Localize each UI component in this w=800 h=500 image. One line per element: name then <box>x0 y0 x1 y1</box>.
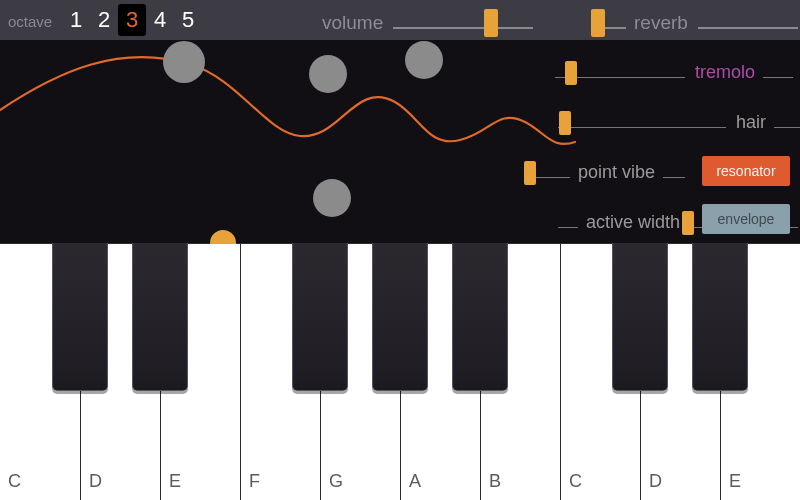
active-width-track-left[interactable] <box>558 227 578 229</box>
point-vibe-label: point vibe <box>578 162 655 183</box>
hair-track[interactable] <box>558 127 726 129</box>
piano-keyboard: CDEFGABCDE <box>0 243 800 500</box>
active-width-thumb[interactable] <box>682 211 694 235</box>
visualizer-area: tremolo hair point vibe active width res… <box>0 40 800 243</box>
reverb-label: reverb <box>634 12 688 34</box>
volume-track[interactable] <box>393 27 533 29</box>
key-label: E <box>169 471 181 492</box>
key-label: C <box>8 471 21 492</box>
black-key-5[interactable] <box>452 243 508 391</box>
black-key-3[interactable] <box>292 243 348 391</box>
hair-thumb[interactable] <box>559 111 571 135</box>
black-key-0[interactable] <box>52 243 108 391</box>
key-label: B <box>489 471 501 492</box>
reverb-slider[interactable]: reverb <box>596 0 798 40</box>
control-node-icon[interactable] <box>309 55 347 93</box>
point-vibe-slider[interactable]: point vibe <box>530 162 685 180</box>
key-label: G <box>329 471 343 492</box>
resonator-button[interactable]: resonator <box>702 156 790 186</box>
octave-2-button[interactable]: 2 <box>90 4 118 36</box>
active-width-label: active width <box>586 212 680 233</box>
black-key-1[interactable] <box>132 243 188 391</box>
tremolo-track-right[interactable] <box>763 77 793 79</box>
envelope-button[interactable]: envelope <box>702 204 790 234</box>
volume-thumb[interactable] <box>484 9 498 37</box>
tremolo-track[interactable] <box>555 77 685 79</box>
hair-slider[interactable]: hair <box>558 112 800 130</box>
black-key-7[interactable] <box>612 243 668 391</box>
key-label: C <box>569 471 582 492</box>
volume-label: volume <box>322 12 383 34</box>
reverb-track[interactable] <box>596 27 626 29</box>
point-vibe-track[interactable] <box>530 177 570 179</box>
octave-5-button[interactable]: 5 <box>174 4 202 36</box>
key-label: F <box>249 471 260 492</box>
tremolo-label: tremolo <box>695 62 755 83</box>
octave-1-button[interactable]: 1 <box>62 4 90 36</box>
octave-3-button[interactable]: 3 <box>118 4 146 36</box>
tremolo-slider[interactable]: tremolo <box>555 62 793 80</box>
octave-4-button[interactable]: 4 <box>146 4 174 36</box>
reverb-thumb[interactable] <box>591 9 605 37</box>
control-node-icon[interactable] <box>163 41 205 83</box>
control-node-icon[interactable] <box>405 41 443 79</box>
key-label: D <box>649 471 662 492</box>
control-node-icon[interactable] <box>313 179 351 217</box>
hair-track-right[interactable] <box>774 127 800 129</box>
hair-label: hair <box>736 112 766 133</box>
point-vibe-thumb[interactable] <box>524 161 536 185</box>
tremolo-thumb[interactable] <box>565 61 577 85</box>
key-label: E <box>729 471 741 492</box>
octave-button-group: 12345 <box>62 4 202 36</box>
black-key-4[interactable] <box>372 243 428 391</box>
reverb-track-right[interactable] <box>698 27 798 29</box>
key-label: A <box>409 471 421 492</box>
top-toolbar: octave 12345 volume reverb <box>0 0 800 40</box>
octave-label: octave <box>8 13 52 30</box>
key-label: D <box>89 471 102 492</box>
volume-slider[interactable]: volume <box>322 0 533 40</box>
black-key-8[interactable] <box>692 243 748 391</box>
point-vibe-track-right[interactable] <box>663 177 685 179</box>
